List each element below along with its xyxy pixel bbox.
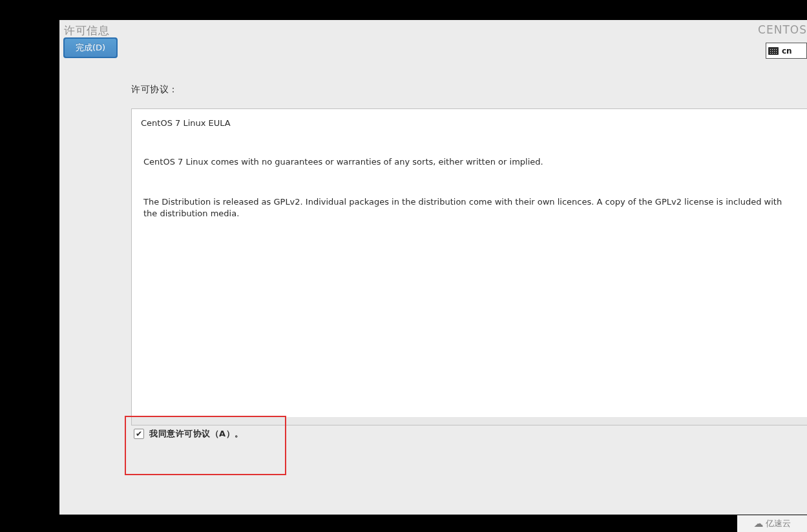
keyboard-layout-text: cn xyxy=(782,46,792,56)
cloud-icon: ☁ xyxy=(754,518,764,529)
eula-paragraph-1: CentOS 7 Linux comes with no guarantees … xyxy=(141,156,798,168)
agree-checkbox-label[interactable]: 我同意许可协议（A）。 xyxy=(149,428,244,440)
watermark-text: 亿速云 xyxy=(766,518,791,529)
keyboard-layout-indicator[interactable]: cn xyxy=(766,43,807,59)
watermark: ☁ 亿速云 xyxy=(737,515,807,532)
page-title: 许可信息 xyxy=(64,23,109,38)
brand-label: CENTOS xyxy=(758,23,807,36)
eula-text-box: CentOS 7 Linux EULA CentOS 7 Linux comes… xyxy=(131,108,807,425)
license-section: 许可协议： CentOS 7 Linux EULA CentOS 7 Linux… xyxy=(131,84,807,425)
checkmark-icon: ✔ xyxy=(136,430,142,438)
done-button[interactable]: 完成(D) xyxy=(64,38,117,57)
keyboard-icon xyxy=(768,47,779,55)
eula-title: CentOS 7 Linux EULA xyxy=(141,118,798,128)
scrollbar-track[interactable] xyxy=(131,417,807,425)
agree-checkbox[interactable]: ✔ xyxy=(134,429,144,439)
license-agreement-label: 许可协议： xyxy=(131,84,807,96)
agree-checkbox-row: ✔ 我同意许可协议（A）。 xyxy=(134,428,244,440)
eula-paragraph-2: The Distribution is released as GPLv2. I… xyxy=(141,196,798,220)
top-bar xyxy=(0,0,807,20)
